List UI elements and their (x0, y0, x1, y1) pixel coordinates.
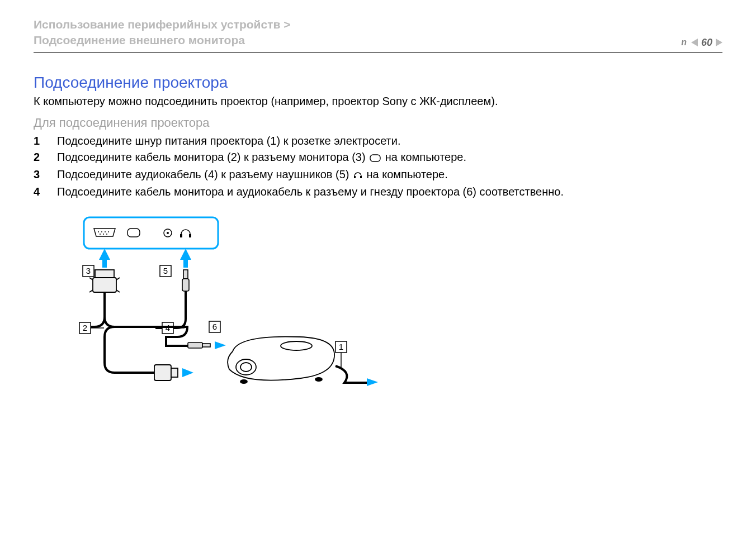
arrow-icon (182, 368, 193, 377)
power-cable (336, 366, 367, 383)
svg-text:2: 2 (83, 323, 87, 332)
svg-point-42 (281, 341, 312, 350)
step-number: 4 (34, 185, 44, 198)
projector-icon (228, 336, 334, 383)
headphones-icon (180, 230, 191, 237)
breadcrumb-line1: Использование периферийных устройств > (34, 17, 291, 32)
svg-rect-1 (354, 176, 356, 178)
page-header: Использование периферийных устройств > П… (34, 17, 722, 53)
vga-port-icon (94, 229, 115, 236)
section-title: Подсоединение проектора (34, 74, 722, 92)
step-row: 1 Подсоедините шнур питания проектора (1… (34, 135, 722, 147)
callout-2: 2 (79, 322, 91, 334)
lead-paragraph: К компьютеру можно подсоединить проектор… (34, 95, 722, 108)
svg-point-41 (240, 363, 252, 372)
step-text: Подсоедините аудиокабель (4) к разъему н… (57, 168, 448, 182)
svg-rect-34 (188, 342, 202, 348)
svg-point-6 (105, 231, 106, 232)
audio-plug-icon (182, 270, 189, 291)
prev-page-icon[interactable] (691, 39, 698, 46)
diagram-svg: 3 5 2 (56, 212, 380, 402)
sub-title: Для подсоединения проектора (34, 116, 722, 130)
svg-text:6: 6 (212, 322, 217, 331)
svg-point-43 (240, 380, 247, 383)
step-text-b: на компьютере. (385, 151, 466, 163)
headphones-icon (353, 169, 362, 182)
svg-rect-35 (202, 344, 210, 347)
svg-point-44 (315, 378, 322, 381)
svg-marker-15 (99, 249, 110, 260)
page-nav: n 60 (680, 37, 722, 49)
svg-rect-18 (183, 260, 188, 268)
arrow-icon (367, 378, 378, 386)
svg-rect-24 (93, 278, 116, 292)
breadcrumb-line2: Подсоединение внешнего монитора (34, 32, 291, 48)
step-row: 3 Подсоедините аудиокабель (4) к разъему… (34, 168, 722, 182)
svg-text:1: 1 (339, 342, 343, 351)
svg-rect-36 (154, 365, 171, 380)
svg-rect-28 (183, 270, 188, 279)
svg-rect-37 (171, 368, 178, 377)
svg-point-5 (101, 231, 102, 232)
step-text: Подсоедините шнур питания проектора (1) … (57, 135, 401, 147)
page-number: 60 (701, 37, 712, 49)
svg-rect-14 (189, 234, 191, 237)
step-number: 3 (34, 168, 44, 181)
svg-point-10 (106, 234, 107, 235)
callout-3: 3 (83, 265, 94, 277)
steps-list: 1 Подсоедините шнур питания проектора (1… (34, 135, 722, 198)
svg-marker-17 (180, 249, 191, 260)
callout-6: 6 (209, 321, 220, 332)
svg-text:5: 5 (163, 266, 168, 275)
step-text: Подсоедините кабель монитора и аудиокабе… (57, 185, 564, 198)
monitor-cable (105, 292, 154, 327)
svg-point-8 (100, 234, 101, 235)
step-text-a: Подсоедините кабель монитора (2) к разъе… (57, 151, 368, 163)
next-page-icon[interactable] (716, 39, 722, 46)
svg-point-9 (103, 234, 104, 235)
vga-plug-icon (154, 365, 178, 380)
monitor-port-icon (127, 229, 140, 237)
svg-point-12 (167, 232, 169, 234)
monitor-port-icon (370, 152, 381, 165)
svg-rect-2 (360, 176, 362, 178)
svg-rect-29 (182, 279, 189, 291)
mic-jack-icon (164, 229, 172, 237)
callout-1: 1 (336, 341, 347, 353)
step-row: 2 Подсоедините кабель монитора (2) к раз… (34, 151, 722, 165)
svg-rect-0 (370, 155, 380, 161)
breadcrumb: Использование периферийных устройств > П… (34, 17, 291, 49)
svg-rect-16 (102, 260, 107, 268)
svg-point-4 (98, 231, 99, 232)
connection-diagram: 3 5 2 (56, 212, 722, 404)
arrow-icon (215, 341, 226, 349)
svg-text:3: 3 (86, 266, 91, 275)
callout-5: 5 (160, 265, 171, 277)
n-label: n (680, 37, 688, 47)
step-row: 4 Подсоедините кабель монитора и аудиока… (34, 185, 722, 198)
step-text-b: на компьютере. (367, 168, 448, 180)
step-number: 1 (34, 135, 44, 147)
svg-rect-13 (180, 234, 182, 237)
svg-rect-23 (95, 270, 114, 278)
svg-point-7 (108, 231, 109, 232)
step-text-a: Подсоедините аудиокабель (4) к разъему н… (57, 168, 352, 180)
step-text: Подсоедините кабель монитора (2) к разъе… (57, 151, 466, 165)
step-number: 2 (34, 151, 44, 164)
document-page: Использование периферийных устройств > П… (0, 0, 756, 404)
